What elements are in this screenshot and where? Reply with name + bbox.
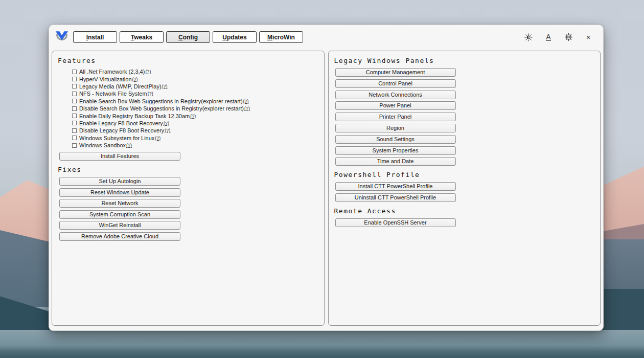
- feature-row-disable-searchbox-suggestions[interactable]: Disable Search Box Web Suggestions in Re…: [72, 105, 319, 112]
- legacy-panels-panel: Legacy Windows Panels Computer Managemen…: [328, 51, 601, 326]
- feature-row-all-net-framework[interactable]: All .Net Framework (2,3,4) (?): [72, 68, 319, 75]
- button-enable-openssh-server[interactable]: Enable OpenSSH Server: [335, 218, 456, 227]
- tab-bar: Install Tweaks Config Updates MicroWin: [73, 31, 303, 43]
- feature-row-registry-backup-task[interactable]: Enable Daily Registry Backup Task 12.30a…: [72, 112, 319, 119]
- feature-row-nfs[interactable]: NFS - Network File System (?): [72, 90, 319, 97]
- tab-microwin[interactable]: MicroWin: [259, 31, 303, 43]
- checkbox-icon[interactable]: [72, 121, 77, 125]
- feature-row-enable-searchbox-suggestions[interactable]: Enable Search Box Web Suggestions in Reg…: [72, 98, 319, 105]
- fix-button-set-up-autologin[interactable]: Set Up Autologin: [59, 177, 180, 186]
- config-tab-content: Features All .Net Framework (2,3,4) (?) …: [49, 49, 603, 330]
- panel-button-region[interactable]: Region: [335, 124, 456, 132]
- section-title-remote-access: Remote Access: [334, 207, 595, 215]
- help-link[interactable]: (?): [148, 91, 153, 96]
- checkbox-icon[interactable]: [72, 128, 77, 133]
- font-size-button[interactable]: A: [544, 33, 553, 42]
- panel-button-time-and-date[interactable]: Time and Date: [335, 157, 456, 166]
- checkbox-icon[interactable]: [72, 70, 77, 74]
- features-fixes-panel: Features All .Net Framework (2,3,4) (?) …: [52, 51, 325, 326]
- fix-button-remove-adobe-creative-cloud[interactable]: Remove Adobe Creative Cloud: [59, 232, 180, 241]
- features-checkbox-list: All .Net Framework (2,3,4) (?) HyperV Vi…: [72, 68, 319, 149]
- help-link[interactable]: (?): [164, 121, 169, 126]
- help-link[interactable]: (?): [126, 143, 132, 148]
- panel-button-network-connections[interactable]: Network Connections: [335, 91, 456, 99]
- help-link[interactable]: (?): [162, 84, 168, 89]
- fix-button-winget-reinstall[interactable]: WinGet Reinstall: [59, 221, 180, 230]
- tab-updates[interactable]: Updates: [213, 31, 257, 43]
- wallpaper-dune: [0, 330, 644, 358]
- feature-row-windows-sandbox[interactable]: Windows Sandbox (?): [72, 142, 319, 149]
- help-link[interactable]: (?): [145, 69, 151, 74]
- section-title-powershell-profile: Powershell Profile: [334, 171, 595, 178]
- titlebar: Install Tweaks Config Updates MicroWin: [49, 25, 603, 49]
- help-link[interactable]: (?): [243, 99, 249, 104]
- button-uninstall-ctt-powershell-profile[interactable]: Uninstall CTT PowerShell Profile: [335, 193, 456, 202]
- section-title-legacy-windows-panels: Legacy Windows Panels: [334, 57, 595, 64]
- help-link[interactable]: (?): [155, 136, 160, 141]
- tab-config[interactable]: Config: [166, 31, 210, 43]
- panel-button-control-panel[interactable]: Control Panel: [335, 79, 456, 88]
- font-letter-icon: A: [546, 33, 550, 41]
- help-link[interactable]: (?): [132, 77, 138, 82]
- checkbox-icon[interactable]: [72, 114, 77, 118]
- help-link[interactable]: (?): [165, 128, 170, 133]
- checkbox-icon[interactable]: [72, 77, 77, 81]
- feature-row-hyperv[interactable]: HyperV Virtualization (?): [72, 75, 319, 82]
- panel-button-sound-settings[interactable]: Sound Settings: [335, 135, 456, 144]
- install-features-button[interactable]: Install Features: [59, 152, 180, 161]
- close-icon: ×: [586, 33, 590, 41]
- theme-toggle-button[interactable]: [524, 33, 533, 42]
- panel-button-power-panel[interactable]: Power Panel: [335, 101, 456, 110]
- button-install-ctt-powershell-profile[interactable]: Install CTT PowerShell Profile: [335, 182, 456, 191]
- checkbox-icon[interactable]: [72, 106, 77, 111]
- fix-button-reset-windows-update[interactable]: Reset Windows Update: [59, 188, 180, 197]
- feature-row-wsl[interactable]: Windows Subsystem for Linux (?): [72, 135, 319, 142]
- feature-row-disable-f8-boot[interactable]: Disable Legacy F8 Boot Recovery (?): [72, 127, 319, 134]
- winutil-window: Install Tweaks Config Updates MicroWin: [49, 25, 604, 331]
- checkbox-icon[interactable]: [72, 143, 77, 148]
- panel-button-computer-management[interactable]: Computer Management: [335, 68, 456, 77]
- tab-install[interactable]: Install: [73, 31, 117, 43]
- panel-button-printer-panel[interactable]: Printer Panel: [335, 113, 456, 121]
- sun-icon: [524, 33, 533, 41]
- tab-tweaks[interactable]: Tweaks: [120, 31, 164, 43]
- section-title-fixes: Fixes: [58, 166, 319, 173]
- panel-button-system-properties[interactable]: System Properties: [335, 146, 456, 155]
- close-button[interactable]: ×: [584, 33, 593, 42]
- fix-button-system-corruption-scan[interactable]: System Corruption Scan: [59, 210, 180, 219]
- checkbox-icon[interactable]: [72, 84, 77, 88]
- checkbox-icon[interactable]: [72, 92, 77, 96]
- fix-button-reset-network[interactable]: Reset Network: [59, 199, 180, 208]
- section-title-features: Features: [58, 57, 319, 64]
- settings-button[interactable]: [564, 33, 573, 42]
- feature-row-legacy-media[interactable]: Legacy Media (WMP, DirectPlay) (?): [72, 83, 319, 90]
- help-link[interactable]: (?): [244, 106, 250, 111]
- titlebar-icons: A ×: [524, 33, 596, 42]
- gear-icon: [564, 33, 573, 41]
- checkbox-icon[interactable]: [72, 99, 77, 103]
- checkbox-icon[interactable]: [72, 136, 77, 140]
- help-link[interactable]: (?): [190, 114, 196, 119]
- ctt-logo-icon: [54, 30, 70, 44]
- feature-row-enable-f8-boot[interactable]: Enable Legacy F8 Boot Recovery (?): [72, 120, 319, 127]
